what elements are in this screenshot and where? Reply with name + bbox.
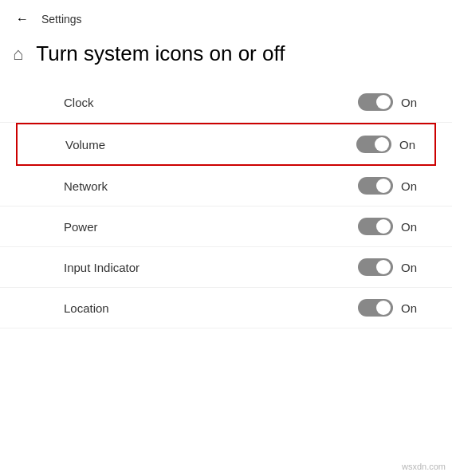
toggle-location[interactable] (358, 299, 393, 317)
toggle-label-input-indicator: On (401, 261, 420, 274)
setting-item-power: Power On (0, 207, 452, 247)
setting-right-clock: On (358, 93, 420, 111)
setting-item-input-indicator: Input Indicator On (0, 247, 452, 288)
toggle-power[interactable] (358, 218, 393, 235)
setting-label-location: Location (64, 301, 109, 315)
toggle-network[interactable] (358, 177, 393, 195)
toggle-label-network: On (401, 179, 420, 193)
setting-item-clock: Clock On (0, 82, 452, 123)
home-icon: ⌂ (13, 44, 23, 65)
header-title: Settings (41, 13, 82, 26)
setting-item-network: Network On (0, 166, 452, 207)
setting-right-location: On (358, 299, 420, 317)
setting-label-volume: Volume (65, 138, 105, 151)
setting-label-clock: Clock (64, 96, 94, 109)
toggle-label-clock: On (401, 96, 420, 109)
back-button[interactable]: ← (13, 10, 32, 29)
settings-list: Clock On Volume On Network On Power On I… (0, 82, 452, 328)
toggle-volume[interactable] (356, 136, 391, 153)
toggle-clock[interactable] (358, 93, 393, 111)
setting-label-power: Power (64, 220, 98, 234)
toggle-label-volume: On (399, 138, 419, 151)
setting-right-volume: On (356, 136, 419, 153)
setting-item-volume: Volume On (16, 123, 436, 166)
setting-right-input-indicator: On (358, 258, 420, 276)
setting-right-power: On (358, 218, 420, 235)
setting-item-location: Location On (0, 288, 452, 328)
header-bar: ← Settings (0, 0, 452, 35)
setting-right-network: On (358, 177, 420, 195)
page-title: Turn system icons on or off (36, 41, 285, 66)
toggle-label-location: On (401, 301, 420, 315)
toggle-label-power: On (401, 220, 420, 234)
toggle-input-indicator[interactable] (358, 258, 393, 276)
page-header: ⌂ Turn system icons on or off (0, 35, 452, 82)
watermark: wsxdn.com (402, 462, 446, 471)
setting-label-input-indicator: Input Indicator (64, 261, 140, 274)
setting-label-network: Network (64, 179, 108, 193)
